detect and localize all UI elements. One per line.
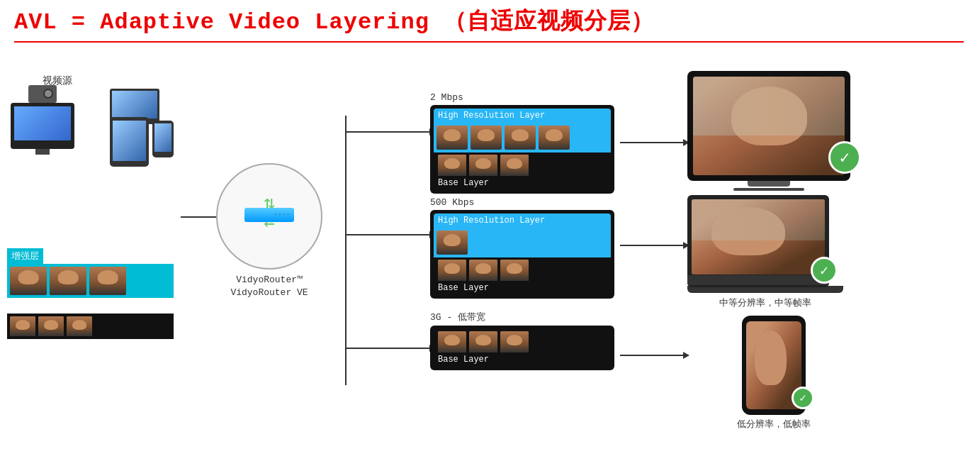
laptop-output-block: ✓ 中等分辨率，中等帧率 <box>687 195 843 309</box>
phone-source-icon <box>152 121 174 157</box>
monitor-icon <box>11 103 74 149</box>
bl-row-1 <box>434 152 611 178</box>
hl-row-2: High Resolution Layer <box>434 213 611 228</box>
tv-block: ✓ 高分辨率，高帧率 <box>687 71 850 207</box>
bl-label-3: Base Layer <box>438 355 489 365</box>
hl-thumb-1-2 <box>471 126 502 150</box>
tablet-icon <box>110 117 149 167</box>
stream-block-2: 500 Kbps High Resolution Layer Base Laye… <box>430 197 614 299</box>
bl-thumb-1-1 <box>438 155 466 176</box>
bl-thumb-2-1 <box>438 260 466 281</box>
bl-thumb-1-3 <box>500 155 529 176</box>
arrow-to-stream2 <box>345 234 430 235</box>
hl-label-2: High Resolution Layer <box>438 216 545 226</box>
phone-output-frame: ✓ <box>742 316 806 415</box>
arrow-to-stream3 <box>345 348 430 349</box>
laptop-output-label: 中等分辨率，中等帧率 <box>687 296 843 309</box>
stream-block-3: 3G - 低带宽 Base Layer <box>430 311 614 370</box>
hl-thumb-2-1 <box>437 231 468 255</box>
stream-bw-2: 500 Kbps <box>430 197 614 208</box>
enhance-thumb-3 <box>89 267 126 295</box>
enhance-layer-label: 增强层 <box>7 248 43 264</box>
stream-bw-1: 2 Mbps <box>430 92 614 103</box>
bl-label-1: Base Layer <box>438 178 489 188</box>
stream-bw-3: 3G - 低带宽 <box>430 311 614 323</box>
arrow-to-stream1 <box>345 131 430 133</box>
bl-row-2 <box>434 257 611 283</box>
bl-row-3 <box>434 329 611 355</box>
router-circle: ⇅⇄ <box>216 163 322 270</box>
hl-thumb-1-1 <box>437 126 468 150</box>
bl-thumb-2-3 <box>500 260 529 281</box>
base-thumb-1 <box>10 316 35 336</box>
tv-check-badge: ✓ <box>828 141 861 174</box>
stream-box-2: High Resolution Layer Base Layer <box>430 210 614 299</box>
router-label: VidyoRouter™ VidyoRouter VE <box>205 274 333 299</box>
hl-label-1: High Resolution Layer <box>438 111 545 121</box>
bl-thumb-3-2 <box>469 331 497 353</box>
bl-thumb-1-2 <box>469 155 497 176</box>
enhance-thumb-2 <box>50 267 86 295</box>
arrow-stream1-to-tv <box>620 142 684 143</box>
laptop-output-screen <box>692 199 825 274</box>
vert-connector <box>345 116 347 385</box>
bl-label-2: Base Layer <box>438 283 489 293</box>
hl-thumb-1-3 <box>505 126 536 150</box>
bl-thumb-2-2 <box>469 260 497 281</box>
left-layers: 增强层 基层 <box>7 248 174 339</box>
arrow-stream2-to-laptop <box>620 245 684 246</box>
base-layer-row-left <box>7 314 174 339</box>
base-thumb-3 <box>67 316 92 336</box>
tv-screen <box>693 77 845 175</box>
page-title: AVL = Adaptive Video Layering （自适应视频分层） <box>14 6 964 43</box>
bl-thumb-3-1 <box>438 331 466 353</box>
stream-block-1: 2 Mbps High Resolution Layer Base Layer <box>430 92 614 194</box>
stream-box-3: Base Layer <box>430 326 614 370</box>
bl-thumb-3-3 <box>500 331 529 353</box>
tv-frame: ✓ <box>687 71 850 181</box>
phone-check-badge: ✓ <box>792 387 814 409</box>
base-thumb-2 <box>38 316 64 336</box>
laptop-check-badge: ✓ <box>811 257 838 284</box>
enhance-layer-row <box>7 264 174 298</box>
camera-icon <box>28 85 57 103</box>
enhance-thumb-1 <box>10 267 47 295</box>
phone-output-label: 低分辨率，低帧率 <box>737 418 811 431</box>
devices-group <box>11 82 174 181</box>
phone-output-block: ✓ 低分辨率，低帧率 <box>737 316 811 431</box>
base-layer-label-left: 基层 <box>7 298 34 314</box>
hl-row-1: High Resolution Layer <box>434 109 611 123</box>
hl-thumb-1-4 <box>539 126 570 150</box>
router-section: ⇅⇄ VidyoRouter™ VidyoRouter VE <box>205 163 333 299</box>
arrow-stream3-to-phone <box>620 355 684 356</box>
router-device-icon <box>244 208 294 222</box>
stream-box-1: High Resolution Layer Base Layer <box>430 105 614 194</box>
laptop-output-frame: ✓ <box>687 195 829 287</box>
